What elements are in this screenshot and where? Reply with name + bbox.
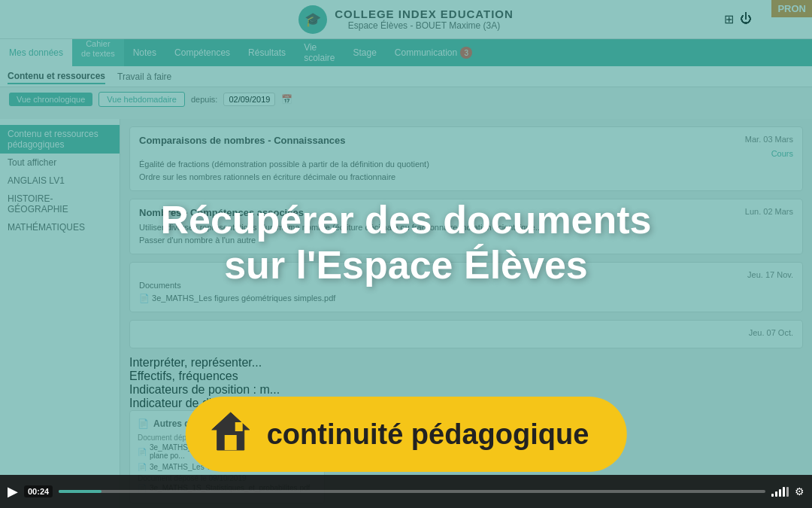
vol-bar-4: [783, 487, 785, 497]
banner-text: continuité pédagogique: [267, 418, 589, 451]
svg-rect-1: [225, 435, 237, 450]
svg-rect-2: [235, 422, 243, 431]
vol-bar-1: [771, 494, 774, 497]
house-svg: [208, 409, 253, 454]
vol-bar-5: [786, 487, 789, 497]
vol-bar-2: [775, 491, 777, 497]
settings-icon[interactable]: ⚙: [795, 485, 804, 497]
progress-bar[interactable]: [59, 490, 765, 493]
volume-bars: [771, 486, 789, 497]
vol-bar-3: [779, 489, 781, 497]
video-controls[interactable]: ▶ 00:24 ⚙: [0, 475, 812, 508]
overlay-title: Récupérer des documents sur l'Espace Élè…: [160, 198, 651, 288]
play-button[interactable]: ▶: [8, 483, 18, 500]
progress-bar-fill: [59, 490, 101, 493]
timestamp: 00:24: [24, 485, 53, 497]
bottom-banner: continuité pédagogique: [186, 397, 627, 472]
house-icon: [208, 409, 253, 460]
